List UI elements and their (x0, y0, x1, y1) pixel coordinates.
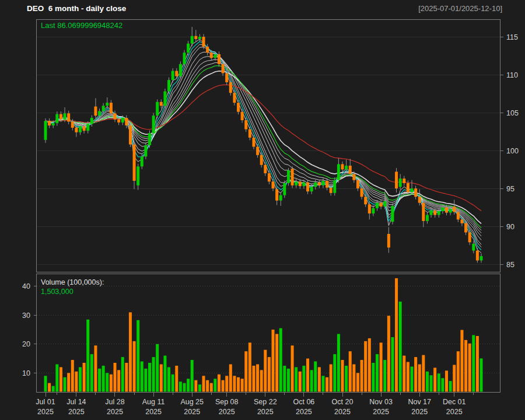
candle-down (460, 219, 463, 223)
volume-bar (318, 367, 321, 391)
price-tick-label: 115 (506, 33, 518, 41)
candle-down (330, 188, 332, 193)
x-axis-year-label: 2025 (107, 408, 123, 416)
volume-bar (299, 372, 302, 392)
volume-bar (383, 360, 386, 391)
volume-bar (449, 381, 452, 391)
price-tick-label: 90 (506, 223, 514, 231)
candle-down (75, 128, 78, 132)
candle-down (225, 73, 228, 82)
candle-down (222, 64, 225, 74)
candle-up (144, 145, 147, 157)
volume-bar (395, 278, 398, 392)
ema-ribbon (46, 39, 481, 253)
volume-bar (202, 376, 205, 391)
candle-up (295, 181, 298, 186)
volume-bar (460, 330, 463, 392)
volume-tick-label: 40 (22, 282, 30, 290)
volume-bar (275, 334, 278, 392)
volume-bar (352, 364, 355, 391)
volume-bar (376, 354, 379, 391)
candle-up (430, 211, 433, 215)
candle-up (79, 126, 82, 132)
volume-bar (187, 379, 190, 391)
candle-up (399, 178, 402, 187)
candle-down (387, 234, 390, 247)
candle-up (136, 166, 139, 186)
volume-bar (102, 366, 105, 392)
volume-bar (198, 384, 201, 391)
volume-bar (60, 367, 62, 391)
volume-bar (71, 360, 74, 391)
candle-up (55, 114, 58, 124)
candle-down (241, 112, 244, 120)
candle-up (187, 44, 190, 53)
candle-down (237, 103, 240, 112)
volume-bar (133, 341, 136, 392)
candle-down (407, 183, 410, 192)
candle-down (468, 232, 471, 242)
candle-up (198, 37, 201, 39)
candle-up (52, 123, 55, 125)
volume-bar (194, 380, 197, 392)
price-tick-label: 100 (506, 147, 519, 155)
volume-bar (52, 386, 55, 392)
volume-bar (175, 366, 178, 392)
candle-down (113, 113, 116, 119)
volume-bar (407, 362, 410, 392)
volume-bar (260, 370, 263, 391)
candle-up (121, 118, 124, 123)
volume-bar (399, 302, 402, 391)
volume-bar (218, 374, 220, 392)
volume-bar (372, 363, 374, 392)
volume-bar (48, 383, 51, 392)
candle-down (194, 36, 197, 39)
candle-up (141, 156, 144, 166)
volume-bar (345, 366, 348, 392)
x-axis-date-label: Jul 28 (105, 398, 124, 406)
volume-bar (136, 320, 139, 392)
x-axis-year-label: 2025 (68, 408, 85, 416)
candle-down (349, 166, 352, 174)
candle-down (218, 54, 220, 64)
candle-up (302, 183, 305, 187)
last-price-label: Last 86.0699996948242 (41, 21, 123, 30)
candle-down (364, 197, 367, 204)
x-axis-year-label: 2025 (373, 408, 389, 416)
volume-bar (210, 383, 213, 392)
x-axis-year-label: 2025 (296, 408, 312, 416)
volume-bar (380, 342, 383, 391)
volume-bar (272, 330, 275, 391)
volume-bar (167, 367, 170, 391)
x-axis-date-label: Oct 06 (293, 398, 314, 406)
volume-bar (244, 351, 247, 391)
candle-down (433, 211, 436, 215)
candle-down (210, 52, 213, 58)
candle-down (206, 47, 209, 52)
volume-bar (64, 377, 66, 392)
volume-bar (225, 376, 228, 391)
volume-bar (321, 376, 324, 391)
candle-down (110, 103, 113, 113)
x-axis-year-label: 2025 (184, 408, 200, 416)
candle-down (268, 173, 271, 181)
candle-down (341, 164, 344, 169)
grid-lines (37, 37, 501, 373)
volume-bar (414, 357, 417, 391)
candle-down (260, 155, 263, 165)
volume-bar (214, 379, 216, 391)
volume-bar (222, 380, 225, 392)
candle-up (449, 209, 452, 213)
volume-bar (141, 362, 144, 392)
volume-bar (468, 344, 471, 392)
candle-up (179, 64, 182, 76)
candle-up (333, 180, 336, 193)
candle-down (272, 181, 275, 188)
volume-bar (480, 358, 483, 391)
x-axis-date-label: Sep 08 (215, 398, 239, 406)
candle-down (60, 114, 62, 120)
candle-up (383, 201, 386, 206)
x-axis-year-label: 2025 (257, 408, 274, 416)
price-tick-label: 105 (506, 109, 519, 117)
x-axis-date-label: Aug 11 (142, 398, 165, 406)
